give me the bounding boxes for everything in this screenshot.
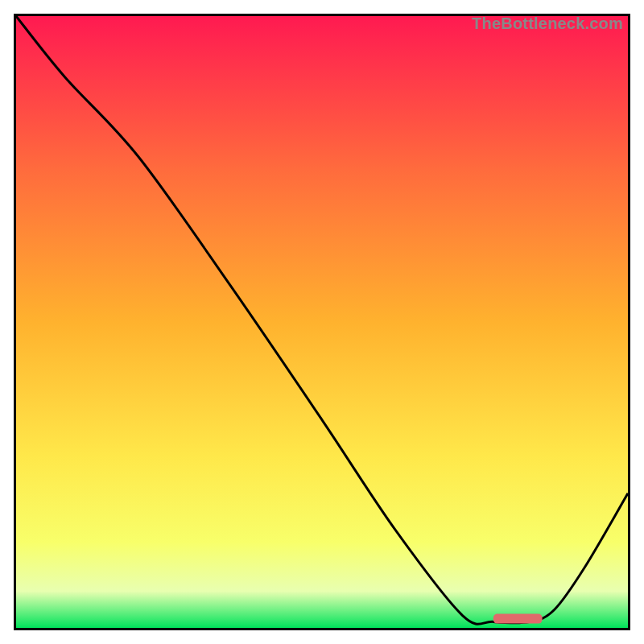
chart-background <box>16 16 628 628</box>
chart-svg <box>16 16 628 628</box>
optimal-range-marker <box>493 614 543 624</box>
watermark-text: TheBottleneck.com <box>472 14 623 33</box>
chart-frame: TheBottleneck.com <box>14 14 630 630</box>
